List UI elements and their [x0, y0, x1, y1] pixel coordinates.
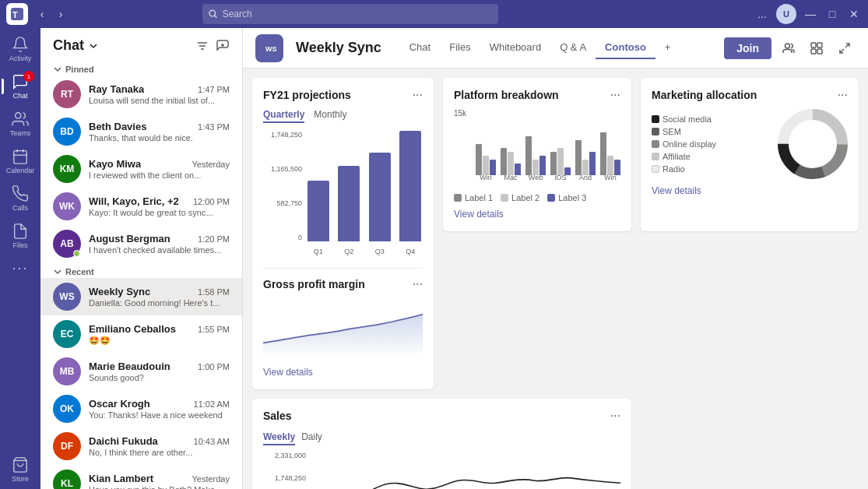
tab-monthly[interactable]: Monthly	[314, 109, 346, 123]
app-logo: T	[6, 3, 28, 25]
chat-name: Daichi Fukuda	[89, 435, 158, 447]
platform-view-details[interactable]: View details	[454, 209, 504, 220]
chat-info: Daichi Fukuda10:43 AMNo, I think there a…	[89, 435, 230, 457]
sidebar-item-teams[interactable]: Teams	[2, 106, 39, 142]
sales-tab-daily[interactable]: Daily	[301, 430, 322, 445]
platform-breakdown-card: Platform breakdown ··· 15k	[443, 78, 631, 231]
bar-seg	[550, 152, 557, 175]
sidebar-item-more[interactable]: ···	[2, 255, 39, 281]
add-tab-button[interactable]: +	[655, 37, 680, 59]
tab-chat[interactable]: Chat	[400, 37, 440, 59]
svg-rect-21	[817, 49, 822, 54]
bar-seg	[483, 156, 489, 175]
fy21-more[interactable]: ···	[413, 89, 423, 101]
x-label-q2: Q2	[337, 248, 362, 255]
bar-seg	[532, 160, 539, 175]
chat-avatar: WK	[53, 192, 81, 220]
user-avatar[interactable]: U	[776, 4, 796, 24]
new-chat-icon[interactable]	[216, 39, 230, 53]
marketing-allocation-title: Marketing allocation	[652, 89, 757, 101]
join-button[interactable]: Join	[724, 37, 771, 59]
main-container: Activity 1 Chat Teams	[0, 28, 868, 489]
back-button[interactable]: ‹	[34, 6, 50, 22]
title-bar: T ‹ › ... U — □ ✕	[0, 0, 868, 28]
sidebar-item-store[interactable]: Store	[2, 452, 39, 487]
marketing-view-details[interactable]: View details	[652, 185, 701, 196]
marketing-allocation-card: Marketing allocation ··· Social media SE…	[641, 78, 859, 231]
chat-time: 12:00 PM	[193, 197, 230, 206]
chat-avatar: BD	[53, 118, 81, 146]
bar-seg	[501, 148, 507, 175]
sales-more[interactable]: ···	[610, 410, 620, 422]
participants-icon[interactable]	[778, 37, 799, 59]
maximize-button[interactable]: □	[824, 6, 840, 22]
sidebar-item-calls-label: Calls	[12, 204, 28, 212]
channel-header-actions: Join	[724, 37, 856, 59]
sidebar-item-teams-label: Teams	[10, 129, 31, 137]
x-label-q4: Q4	[399, 248, 423, 255]
sidebar-item-store-label: Store	[12, 475, 29, 483]
expand-icon[interactable]	[834, 37, 856, 59]
chat-preview: I haven't checked available times...	[89, 245, 230, 255]
chat-avatar: OK	[53, 395, 81, 423]
projection-tabs: Quarterly Monthly	[263, 109, 423, 123]
chat-item-4[interactable]: WKWill, Kayo, Eric, +212:00 PMKayo: It w…	[40, 188, 242, 225]
sidebar-item-files[interactable]: Files	[2, 218, 39, 254]
platform-breakdown-header: Platform breakdown ···	[454, 89, 620, 101]
chat-item-11[interactable]: KLKian LambertYesterdayHave you run this…	[40, 465, 242, 489]
tab-contoso[interactable]: Contoso	[596, 37, 655, 59]
chat-time: 1:00 PM	[198, 362, 230, 371]
recent-section-label: Recent	[40, 262, 242, 278]
forward-button[interactable]: ›	[53, 6, 69, 22]
chat-list-panel: Chat	[40, 28, 243, 489]
sidebar-item-calendar[interactable]: Calendar	[2, 143, 39, 179]
pinned-chats-list: RTRay Tanaka1:47 PMLouisa will send the …	[40, 76, 242, 262]
more-options-button[interactable]: ...	[754, 6, 770, 22]
sidebar-item-calls[interactable]: Calls	[2, 181, 39, 216]
chat-item-7[interactable]: ECEmiliano Ceballos1:55 PM🤩🤩	[40, 315, 242, 353]
chat-preview: You: Thanks! Have a nice weekend	[89, 410, 230, 420]
chat-name: August Bergman	[89, 233, 170, 244]
chat-name: Weekly Sync	[89, 286, 150, 297]
chat-avatar: KM	[53, 155, 81, 183]
search-bar[interactable]	[202, 4, 498, 24]
gross-profit-view-details[interactable]: View details	[263, 367, 313, 378]
chat-info: Beth Davies1:43 PMThanks, that would be …	[89, 121, 230, 142]
chat-item-1[interactable]: RTRay Tanaka1:47 PMLouisa will send the …	[40, 76, 242, 113]
gross-profit-chart	[263, 295, 423, 357]
platform-breakdown-more[interactable]: ···	[610, 89, 620, 101]
chat-item-6[interactable]: WSWeekly Sync1:58 PMDaniella: Good morni…	[40, 278, 242, 315]
tab-qa[interactable]: Q & A	[550, 37, 596, 59]
legend-label2: Label 2	[501, 193, 539, 202]
tab-files[interactable]: Files	[440, 37, 480, 59]
sidebar-bottom: Store	[2, 452, 39, 489]
sales-tab-weekly[interactable]: Weekly	[263, 430, 295, 445]
tab-whiteboard[interactable]: Whiteboard	[480, 37, 550, 59]
filter-icon[interactable]	[195, 39, 209, 53]
chat-time: 1:58 PM	[198, 287, 230, 297]
minimize-button[interactable]: —	[803, 6, 818, 22]
chat-item-10[interactable]: DFDaichi Fukuda10:43 AMNo, I think there…	[40, 427, 242, 465]
legend-label3: Label 3	[547, 193, 586, 202]
marketing-more[interactable]: ···	[838, 89, 848, 101]
tab-quarterly[interactable]: Quarterly	[263, 109, 304, 123]
grid-icon[interactable]	[806, 37, 828, 59]
sidebar-item-chat[interactable]: 1 Chat	[2, 69, 39, 104]
chat-info: Kian LambertYesterdayHave you run this b…	[89, 473, 230, 489]
chat-item-8[interactable]: MBMarie Beaudouin1:00 PMSounds good?	[40, 353, 242, 390]
dashboard-grid: Platform breakdown ··· 15k	[243, 69, 868, 489]
chat-time: Yesterday	[192, 160, 230, 169]
sales-tabs: Weekly Daily	[263, 430, 620, 445]
svg-rect-18	[811, 43, 816, 47]
chat-item-2[interactable]: BDBeth Davies1:43 PMThanks, that would b…	[40, 113, 242, 150]
bar-q4	[399, 131, 423, 241]
chat-item-9[interactable]: OKOscar Krogh11:02 AMYou: Thanks! Have a…	[40, 390, 242, 427]
close-button[interactable]: ✕	[846, 6, 862, 22]
chat-item-5[interactable]: ABAugust Bergman1:20 PMI haven't checked…	[40, 225, 242, 262]
chat-list-scroll[interactable]: Pinned RTRay Tanaka1:47 PMLouisa will se…	[40, 60, 242, 489]
gross-profit-more[interactable]: ···	[413, 278, 423, 290]
sidebar-item-activity[interactable]: Activity	[2, 31, 39, 67]
search-input[interactable]	[223, 9, 493, 19]
chat-list-actions	[195, 39, 230, 53]
chat-item-3[interactable]: KMKayo MiwaYesterdayI reviewed with the …	[40, 150, 242, 188]
